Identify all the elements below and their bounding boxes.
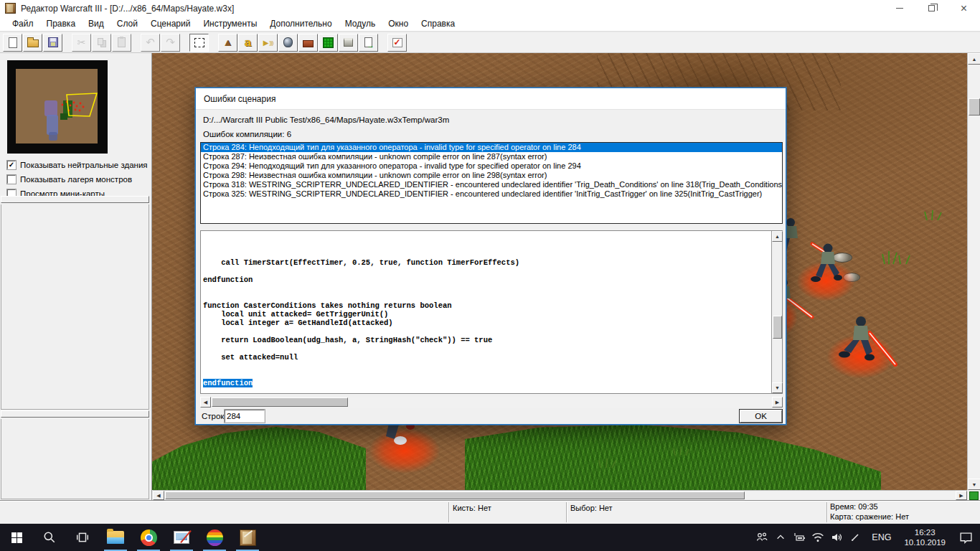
sound-editor-button[interactable] — [258, 34, 278, 52]
tray-expand-button[interactable] — [771, 524, 790, 551]
object-editor-button[interactable] — [339, 34, 358, 52]
error-row[interactable]: Строка 318: WESTRING_SCRIPTERR_UNDECLARE… — [201, 180, 782, 189]
scroll-up-button[interactable]: ▲ — [968, 53, 980, 65]
code-line: endfunction — [203, 379, 769, 387]
error-row[interactable]: Строка 325: WESTRING_SCRIPTERR_UNDECLARE… — [201, 189, 782, 199]
minimap[interactable] — [7, 60, 108, 154]
close-button[interactable]: × — [948, 0, 980, 17]
language-indicator[interactable]: ENG — [864, 532, 898, 542]
chrome-icon — [141, 529, 157, 546]
code-view[interactable]: call TimerStart(EffectTimer, 0.25, true,… — [201, 231, 771, 393]
text-tool-button[interactable] — [238, 34, 258, 52]
pen-icon — [849, 532, 861, 543]
menu-item[interactable]: Дополнительно — [263, 17, 338, 30]
start-button[interactable] — [0, 524, 33, 551]
error-row[interactable]: Строка 284: Неподходящий тип для указанн… — [201, 143, 782, 152]
cut-button[interactable] — [72, 34, 91, 52]
code-scroll-thumb[interactable] — [773, 316, 782, 339]
error-count-label: Ошибок компиляции: 6 — [203, 130, 291, 138]
code-scroll-down-button[interactable]: ▼ — [772, 382, 783, 393]
code-line: endfunction — [203, 276, 769, 284]
code-scroll-right-button[interactable]: ▶ — [772, 397, 783, 408]
vertical-scroll-thumb[interactable] — [969, 98, 980, 116]
sidebar-divider-bar-2[interactable] — [1, 410, 149, 418]
check-script-button[interactable] — [387, 34, 407, 52]
action-center-button[interactable] — [951, 524, 980, 551]
line-number-label: Строк — [202, 412, 224, 420]
undo-button[interactable] — [141, 34, 160, 52]
network-tray-button[interactable] — [809, 524, 827, 551]
unit-palette-button[interactable] — [278, 34, 298, 52]
power-tray-button[interactable] — [790, 524, 809, 551]
ok-button[interactable]: OK — [739, 409, 783, 423]
redo-button[interactable] — [161, 34, 180, 52]
menu-item[interactable]: Вид — [82, 17, 110, 30]
new-map-button[interactable] — [3, 34, 22, 52]
copy-button[interactable] — [92, 34, 111, 52]
menu-item[interactable]: Слой — [110, 17, 144, 30]
toolbar-icon — [323, 37, 334, 48]
checkbox-box[interactable] — [7, 161, 16, 169]
taskbar-paint[interactable] — [165, 524, 198, 551]
sidebar-divider-bar[interactable] — [1, 196, 149, 203]
minimize-button[interactable] — [883, 0, 915, 17]
line-number-input[interactable] — [225, 410, 265, 423]
error-row[interactable]: Строка 294: Неподходящий тип для указанн… — [201, 161, 782, 171]
scroll-left-button[interactable]: ◀ — [153, 491, 164, 500]
system-tray: ENG 16:23 10.10.2019 — [753, 524, 980, 551]
code-line: set attacked=null — [203, 353, 769, 362]
paste-button[interactable] — [112, 34, 131, 52]
dialog-title-bar[interactable]: Ошибки сценария — [196, 88, 786, 110]
checkbox-label: Показывать нейтральные здания — [20, 161, 148, 169]
scroll-down-button[interactable]: ▼ — [968, 479, 980, 490]
sidebar-checkbox[interactable]: Показывать лагеря монстров — [7, 172, 151, 187]
volume-tray-button[interactable] — [827, 524, 846, 551]
code-scroll-left-button[interactable]: ◀ — [200, 397, 211, 408]
menu-item[interactable]: Правка — [40, 17, 83, 30]
menu-item[interactable]: Сценарий — [144, 17, 197, 30]
sidebar-panel-upper — [1, 204, 149, 410]
taskbar-clock[interactable]: 16:23 10.10.2019 — [898, 527, 951, 547]
sidebar-checkbox[interactable]: Показывать нейтральные здания — [7, 158, 151, 172]
trigger-editor-button[interactable] — [319, 34, 338, 52]
search-button[interactable] — [33, 524, 66, 551]
taskbar-photos[interactable] — [198, 524, 231, 551]
toolbar-icon — [118, 37, 126, 47]
code-scroll-up-button[interactable]: ▲ — [772, 231, 783, 242]
map-horizontal-scrollbar[interactable]: ◀ ▶ — [153, 490, 967, 500]
app-icon — [5, 3, 16, 14]
map-unit[interactable] — [825, 310, 904, 379]
title-bar: Редактор Warcraft III - [D:/.../x86_64/M… — [0, 0, 980, 17]
code-hscroll-thumb[interactable] — [212, 397, 348, 407]
open-map-button[interactable] — [23, 34, 42, 52]
taskbar-file-explorer[interactable] — [99, 524, 132, 551]
scroll-right-button[interactable]: ▶ — [956, 491, 967, 500]
people-tray-button[interactable] — [753, 524, 771, 551]
save-map-button[interactable] — [43, 34, 62, 52]
error-row[interactable]: Строка 287: Неизвестная ошибка компиляци… — [201, 152, 782, 161]
menu-item[interactable]: Окно — [382, 17, 415, 30]
code-vertical-scrollbar[interactable]: ▲ ▼ — [771, 231, 782, 393]
menu-item[interactable]: Справка — [415, 17, 461, 30]
menu-item[interactable]: Файл — [6, 17, 40, 30]
taskbar-warcraft-editor[interactable] — [231, 524, 264, 551]
menu-item[interactable]: Модуль — [339, 17, 382, 30]
pen-tray-button[interactable] — [846, 524, 864, 551]
toolbar-icon — [392, 38, 402, 47]
warcraft-editor-icon — [240, 529, 256, 546]
horizontal-scroll-thumb[interactable] — [165, 491, 745, 499]
window-title: Редактор Warcraft III - [D:/.../x86_64/M… — [21, 4, 234, 14]
menu-item[interactable]: Инструменты — [197, 17, 263, 30]
task-view-button[interactable] — [66, 524, 99, 551]
taskbar-chrome[interactable] — [132, 524, 165, 551]
doodad-palette-button[interactable] — [298, 34, 318, 52]
map-vertical-scrollbar[interactable]: ▲ ▼ — [967, 53, 980, 490]
error-row[interactable]: Строка 298: Неизвестная ошибка компиляци… — [201, 171, 782, 180]
terrain-palette-button[interactable] — [218, 34, 237, 52]
restore-button[interactable] — [915, 0, 948, 17]
code-horizontal-scrollbar[interactable]: ◀ ▶ — [200, 397, 783, 408]
import-manager-button[interactable] — [359, 34, 378, 52]
checkbox-box[interactable] — [7, 175, 16, 184]
menu-bar: ФайлПравкаВидСлойСценарийИнструментыДопо… — [0, 17, 980, 32]
selection-brush-button[interactable] — [189, 34, 209, 52]
